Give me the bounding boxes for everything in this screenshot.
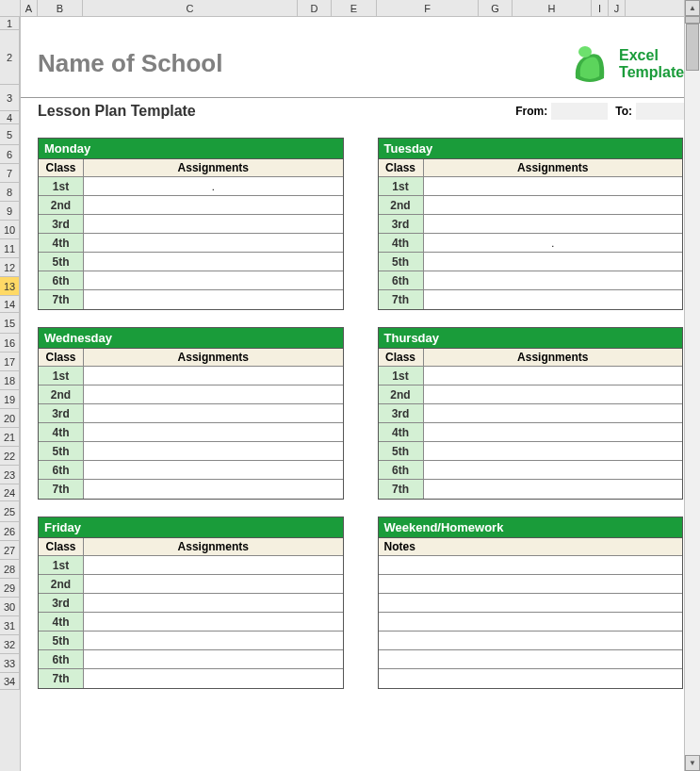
column-header-G[interactable]: G	[479, 0, 513, 16]
assignment-cell[interactable]	[84, 271, 343, 289]
notes-cell[interactable]	[379, 632, 683, 649]
column-header-D[interactable]: D	[298, 0, 332, 16]
from-input[interactable]	[551, 103, 608, 120]
row-header-15[interactable]: 15	[0, 313, 20, 334]
assignment-cell[interactable]	[424, 253, 683, 271]
column-header-C[interactable]: C	[83, 0, 298, 16]
period-cell[interactable]: 3rd	[39, 215, 84, 233]
assignment-cell[interactable]	[424, 215, 683, 233]
row-header-31[interactable]: 31	[0, 616, 20, 635]
period-cell[interactable]: 4th	[39, 234, 84, 252]
day-header[interactable]: Weekend/Homework	[379, 517, 683, 538]
subtitle[interactable]: Lesson Plan Template	[38, 103, 515, 120]
row-header-18[interactable]: 18	[0, 371, 20, 390]
column-header-F[interactable]: F	[377, 0, 479, 16]
row-header-8[interactable]: 8	[0, 183, 20, 202]
period-cell[interactable]: 1st	[39, 177, 84, 195]
notes-cell[interactable]	[379, 650, 683, 668]
assignment-cell[interactable]	[84, 234, 343, 252]
row-header-3[interactable]: 3	[0, 85, 20, 111]
assignment-cell[interactable]: .	[84, 177, 343, 195]
period-cell[interactable]: 7th	[379, 480, 424, 499]
period-cell[interactable]: 4th	[39, 423, 84, 441]
period-cell[interactable]: 1st	[379, 177, 424, 195]
scroll-track[interactable]	[685, 24, 700, 755]
period-cell[interactable]: 1st	[39, 556, 84, 574]
assignment-cell[interactable]	[424, 271, 683, 289]
period-cell[interactable]: 1st	[379, 367, 424, 385]
period-cell[interactable]: 7th	[379, 290, 424, 309]
assignment-cell[interactable]	[84, 367, 343, 385]
period-cell[interactable]: 7th	[39, 290, 84, 309]
row-header-32[interactable]: 32	[0, 635, 20, 654]
row-header-17[interactable]: 17	[0, 353, 20, 371]
column-header-B[interactable]: B	[38, 0, 83, 16]
assignment-cell[interactable]	[424, 480, 683, 499]
split-box[interactable]	[685, 16, 700, 24]
row-header-16[interactable]: 16	[0, 334, 20, 353]
assignment-cell[interactable]	[84, 253, 343, 271]
assignment-cell[interactable]	[424, 461, 683, 479]
notes-cell[interactable]	[379, 575, 683, 593]
assignment-cell[interactable]	[84, 215, 343, 233]
vertical-scrollbar[interactable]: ▲ ▼	[684, 0, 700, 771]
notes-cell[interactable]	[379, 613, 683, 631]
period-cell[interactable]: 2nd	[39, 575, 84, 593]
notes-cell[interactable]	[379, 669, 683, 688]
row-header-23[interactable]: 23	[0, 466, 20, 484]
assignment-cell[interactable]	[424, 290, 683, 309]
assignment-cell[interactable]	[424, 442, 683, 460]
column-header-E[interactable]: E	[332, 0, 377, 16]
period-cell[interactable]: 7th	[39, 669, 84, 688]
day-header[interactable]: Monday	[39, 139, 343, 159]
assignment-cell[interactable]: .	[424, 234, 683, 252]
row-header-6[interactable]: 6	[0, 145, 20, 164]
assignment-cell[interactable]	[424, 423, 683, 441]
row-header-27[interactable]: 27	[0, 541, 20, 560]
assignment-cell[interactable]	[84, 386, 343, 403]
assignment-cell[interactable]	[424, 177, 683, 195]
column-header-H[interactable]: H	[513, 0, 592, 16]
column-header-A[interactable]: A	[21, 0, 38, 16]
row-header-12[interactable]: 12	[0, 258, 20, 277]
row-header-2[interactable]: 2	[0, 30, 20, 85]
row-header-25[interactable]: 25	[0, 501, 20, 522]
row-header-11[interactable]: 11	[0, 239, 20, 258]
period-cell[interactable]: 6th	[379, 461, 424, 479]
period-cell[interactable]: 3rd	[39, 404, 84, 422]
day-header[interactable]: Wednesday	[39, 328, 343, 349]
assignment-cell[interactable]	[84, 290, 343, 309]
row-header-22[interactable]: 22	[0, 447, 20, 466]
scroll-up-button[interactable]: ▲	[685, 0, 700, 16]
assignment-cell[interactable]	[84, 650, 343, 668]
row-header-20[interactable]: 20	[0, 409, 20, 428]
row-header-5[interactable]: 5	[0, 124, 20, 145]
day-header[interactable]: Friday	[39, 517, 343, 538]
period-cell[interactable]: 2nd	[379, 386, 424, 403]
column-header-J[interactable]: J	[609, 0, 626, 16]
assignment-cell[interactable]	[84, 632, 343, 649]
row-header-34[interactable]: 34	[0, 673, 20, 690]
period-cell[interactable]: 5th	[379, 253, 424, 271]
row-header-9[interactable]: 9	[0, 202, 20, 221]
scroll-thumb[interactable]	[686, 24, 699, 71]
row-header-4[interactable]: 4	[0, 111, 20, 124]
assignment-cell[interactable]	[84, 669, 343, 688]
row-header-26[interactable]: 26	[0, 522, 20, 541]
day-header[interactable]: Tuesday	[379, 139, 683, 159]
row-header-19[interactable]: 19	[0, 390, 20, 409]
period-cell[interactable]: 6th	[39, 650, 84, 668]
assignment-cell[interactable]	[84, 575, 343, 593]
assignment-cell[interactable]	[84, 480, 343, 499]
row-header-13[interactable]: 13	[0, 277, 20, 296]
period-cell[interactable]: 7th	[39, 480, 84, 499]
period-cell[interactable]: 6th	[379, 271, 424, 289]
row-header-29[interactable]: 29	[0, 579, 20, 598]
notes-cell[interactable]	[379, 556, 683, 574]
period-cell[interactable]: 4th	[379, 423, 424, 441]
period-cell[interactable]: 6th	[39, 271, 84, 289]
row-header-14[interactable]: 14	[0, 296, 20, 313]
period-cell[interactable]: 5th	[379, 442, 424, 460]
row-header-33[interactable]: 33	[0, 654, 20, 673]
assignment-cell[interactable]	[84, 594, 343, 612]
